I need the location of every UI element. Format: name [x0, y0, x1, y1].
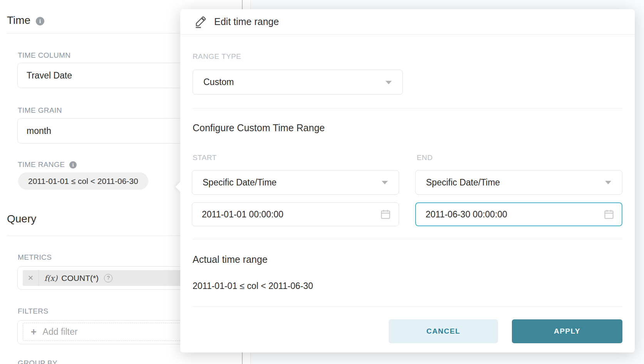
start-type-value: Specific Date/Time: [203, 177, 277, 188]
time-range-pill-value: 2011-01-01 ≤ col < 2011-06-30: [28, 177, 138, 186]
filters-label: FILTERS: [18, 307, 49, 316]
chevron-down-icon: [605, 181, 611, 184]
end-type-select[interactable]: Specific Date/Time: [415, 170, 622, 195]
start-datetime-field: [192, 202, 399, 226]
range-type-value: Custom: [203, 77, 234, 87]
time-grain-label: TIME GRAIN: [18, 106, 62, 115]
function-icon: f(x): [44, 274, 57, 283]
divider: [193, 108, 622, 109]
info-icon[interactable]: i: [36, 17, 44, 25]
popover-arrow: [175, 182, 186, 192]
popover-title: Edit time range: [214, 16, 279, 27]
edit-pencil-icon: [194, 15, 207, 28]
time-range-pill[interactable]: 2011-01-01 ≤ col < 2011-06-30: [18, 172, 148, 190]
start-type-select[interactable]: Specific Date/Time: [192, 170, 399, 195]
chevron-down-icon: [386, 81, 392, 84]
time-section-label: Time: [7, 14, 30, 26]
chevron-down-icon: [382, 181, 388, 184]
time-range-label: TIME RANGEi: [18, 160, 77, 169]
popover-header: Edit time range: [180, 9, 635, 35]
start-datetime-input[interactable]: [192, 202, 399, 226]
time-column-value: Travel Date: [27, 70, 72, 81]
edit-time-range-popover: Edit time range RANGE TYPE Custom Config…: [180, 9, 635, 352]
time-grain-value: month: [27, 126, 51, 136]
info-icon[interactable]: i: [69, 161, 77, 169]
end-datetime-field: [415, 202, 622, 226]
add-filter-label: Add filter: [43, 327, 78, 337]
query-section-title: Query: [7, 213, 36, 225]
divider: [193, 239, 622, 239]
metric-name: COUNT(*): [61, 274, 99, 283]
actual-time-range-value: 2011-01-01 ≤ col < 2011-06-30: [193, 281, 313, 291]
time-range-label-text: TIME RANGE: [18, 160, 65, 169]
apply-button[interactable]: APPLY: [512, 319, 622, 343]
time-column-label: TIME COLUMN: [18, 51, 70, 60]
cancel-button[interactable]: CANCEL: [389, 319, 498, 343]
help-icon[interactable]: ?: [104, 274, 112, 282]
group-by-label: GROUP BY: [18, 359, 57, 364]
end-type-value: Specific Date/Time: [426, 177, 500, 188]
end-label: END: [417, 154, 433, 162]
plus-icon: +: [31, 326, 37, 337]
time-section-title: Timei: [7, 14, 44, 27]
divider: [193, 306, 622, 307]
start-label: START: [193, 154, 217, 162]
remove-metric-icon[interactable]: ×: [23, 270, 39, 286]
configure-heading: Configure Custom Time Range: [193, 122, 325, 134]
actual-time-range-heading: Actual time range: [193, 254, 268, 265]
range-type-select[interactable]: Custom: [193, 70, 403, 95]
range-type-label: RANGE TYPE: [193, 52, 241, 61]
metrics-label: METRICS: [18, 253, 52, 262]
end-datetime-input[interactable]: [415, 202, 622, 226]
